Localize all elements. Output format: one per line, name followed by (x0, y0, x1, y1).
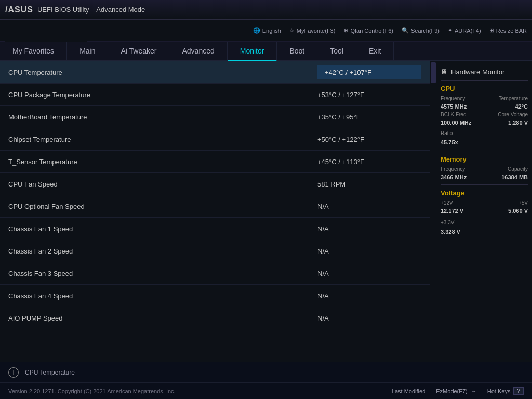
table-row[interactable]: CPU Optional Fan Speed N/A (0, 195, 430, 218)
nav-label-my-favorites: My Favorites (12, 47, 54, 55)
row-label-chassis1-fan: Chassis Fan 1 Speed (8, 225, 317, 233)
fan-icon: ⊕ (343, 27, 348, 34)
language-selector[interactable]: 🌐 English (253, 27, 281, 34)
mem-freq-val-row: 3466 MHz 16384 MB (441, 174, 528, 180)
nav-ai-tweaker[interactable]: Ai Tweaker (108, 42, 169, 60)
nav-my-favorites[interactable]: My Favorites (0, 42, 67, 60)
cpu-ratio-value: 45.75x (441, 139, 458, 145)
volt-12-label: +12V (441, 200, 453, 206)
cpu-bclk-row: BCLK Freq Core Voltage (441, 112, 528, 117)
resize-icon: ⊞ (489, 27, 494, 34)
nav-boot[interactable]: Boot (277, 42, 317, 60)
hw-monitor-panel: 🖥 Hardware Monitor CPU Frequency Tempera… (436, 61, 532, 362)
table-row[interactable]: CPU Temperature +42°C / +107°F (0, 61, 430, 84)
status-description: CPU Temperature (25, 369, 75, 376)
table-row[interactable]: Chassis Fan 3 Speed N/A (0, 262, 430, 285)
aura-label: AURA(F4) (455, 28, 481, 34)
qfan-label: Qfan Control(F6) (350, 28, 393, 34)
mem-freq-row: Frequency Capacity (441, 166, 528, 172)
header: /ASUS UEFI BIOS Utility – Advanced Mode (0, 0, 532, 20)
monitor-table: CPU Temperature +42°C / +107°F CPU Packa… (0, 61, 430, 362)
table-row[interactable]: Chassis Fan 4 Speed N/A (0, 285, 430, 307)
row-value-cpu-temp: +42°C / +107°F (317, 65, 421, 79)
row-value-chassis1-fan: N/A (317, 225, 421, 233)
hot-keys-label: Hot Keys (487, 388, 511, 394)
table-row[interactable]: Chipset Temperature +50°C / +122°F (0, 128, 430, 151)
table-row[interactable]: CPU Fan Speed 581 RPM (0, 173, 430, 195)
last-modified-label: Last Modified (392, 388, 425, 394)
row-value-cpu-opt-fan: N/A (317, 203, 421, 210)
row-value-chassis2-fan: N/A (317, 247, 421, 255)
myfavorite-label: MyFavorite(F3) (297, 28, 336, 34)
volt-12-val-row: 12.172 V 5.060 V (441, 208, 528, 214)
logo-area: /ASUS UEFI BIOS Utility – Advanced Mode (5, 5, 151, 15)
row-label-mobo-temp: MotherBoard Temperature (8, 113, 317, 121)
nav-advanced[interactable]: Advanced (169, 42, 227, 60)
cpu-freq-label: Frequency (441, 96, 465, 101)
nav-bar: My Favorites Main Ai Tweaker Advanced Mo… (0, 42, 532, 61)
hw-monitor-header: 🖥 Hardware Monitor (441, 65, 528, 81)
table-row[interactable]: CPU Package Temperature +53°C / +127°F (0, 84, 430, 106)
volt-33-label-row: +3.3V (441, 217, 528, 227)
myfavorite-btn[interactable]: ☆ MyFavorite(F3) (289, 27, 336, 34)
mem-cap-value: 16384 MB (501, 174, 528, 180)
cpu-temp-label: Temperature (499, 96, 528, 101)
row-value-aio-pump: N/A (317, 314, 421, 322)
nav-label-boot: Boot (289, 47, 304, 55)
volt-33-label: +3.3V (441, 220, 454, 225)
nav-label-tool: Tool (330, 47, 343, 55)
ez-mode-label: EzMode(F7) (436, 388, 468, 394)
arrow-icon: → (471, 388, 477, 395)
nav-label-advanced: Advanced (182, 47, 214, 55)
resizebar-label: Resize BAR (496, 28, 527, 34)
row-label-chassis2-fan: Chassis Fan 2 Speed (8, 247, 317, 255)
ez-mode-btn[interactable]: EzMode(F7) → (436, 388, 477, 395)
row-label-tsensor-temp: T_Sensor Temperature (8, 158, 317, 166)
cpu-temp-value: 42°C (515, 103, 528, 110)
voltage-section-title: Voltage (441, 189, 528, 197)
asus-logo: /ASUS (5, 5, 33, 15)
mem-freq-value: 3466 MHz (441, 174, 467, 180)
nav-label-main: Main (79, 47, 95, 55)
divider-cpu-mem (441, 151, 528, 151)
cpu-freq-val-row: 4575 MHz 42°C (441, 103, 528, 110)
scrollbar[interactable] (430, 61, 436, 362)
cpu-freq-value: 4575 MHz (441, 103, 467, 110)
table-row[interactable]: Chassis Fan 2 Speed N/A (0, 240, 430, 262)
bottom-right-controls: Last Modified EzMode(F7) → Hot Keys ? (392, 387, 524, 395)
language-label: English (262, 28, 281, 34)
nav-label-monitor: Monitor (240, 47, 264, 55)
nav-main[interactable]: Main (67, 42, 108, 60)
qfan-btn[interactable]: ⊕ Qfan Control(F6) (343, 27, 393, 34)
nav-tool[interactable]: Tool (317, 42, 356, 60)
aura-btn[interactable]: ✦ AURA(F4) (448, 27, 481, 34)
status-bar: i CPU Temperature (0, 362, 532, 382)
nav-exit[interactable]: Exit (356, 42, 394, 60)
table-row[interactable]: MotherBoard Temperature +35°C / +95°F (0, 106, 430, 128)
cpu-section-title: CPU (441, 85, 528, 92)
row-value-cpu-fan: 581 RPM (317, 180, 421, 188)
table-row[interactable]: AIO PUMP Speed N/A (0, 307, 430, 329)
hot-keys-btn[interactable]: Hot Keys ? (487, 387, 524, 395)
table-row[interactable]: Chassis Fan 1 Speed N/A (0, 218, 430, 240)
table-row[interactable]: T_Sensor Temperature +45°C / +113°F (0, 151, 430, 173)
aura-icon: ✦ (448, 27, 453, 34)
resizebar-btn[interactable]: ⊞ Resize BAR (489, 27, 527, 34)
cpu-ratio-value-row: 45.75x (441, 137, 528, 147)
row-label-cpu-pkg: CPU Package Temperature (8, 91, 317, 99)
last-modified-btn[interactable]: Last Modified (392, 388, 425, 394)
row-value-cpu-pkg: +53°C / +127°F (317, 91, 421, 99)
search-icon: 🔍 (402, 27, 409, 34)
nav-monitor[interactable]: Monitor (228, 42, 277, 61)
cpu-cv-label: Core Voltage (498, 112, 528, 117)
cpu-bclk-value: 100.00 MHz (441, 119, 471, 126)
search-btn[interactable]: 🔍 Search(F9) (402, 27, 440, 34)
info-icon: i (8, 367, 19, 378)
cpu-ratio-label: Ratio (441, 130, 453, 136)
bottom-bar: Version 2.20.1271. Copyright (C) 2021 Am… (0, 382, 532, 399)
star-icon: ☆ (289, 27, 295, 34)
question-mark-icon: ? (513, 387, 524, 395)
row-label-cpu-temp: CPU Temperature (8, 69, 317, 76)
volt-12-row: +12V +5V (441, 200, 528, 206)
row-label-cpu-fan: CPU Fan Speed (8, 180, 317, 188)
